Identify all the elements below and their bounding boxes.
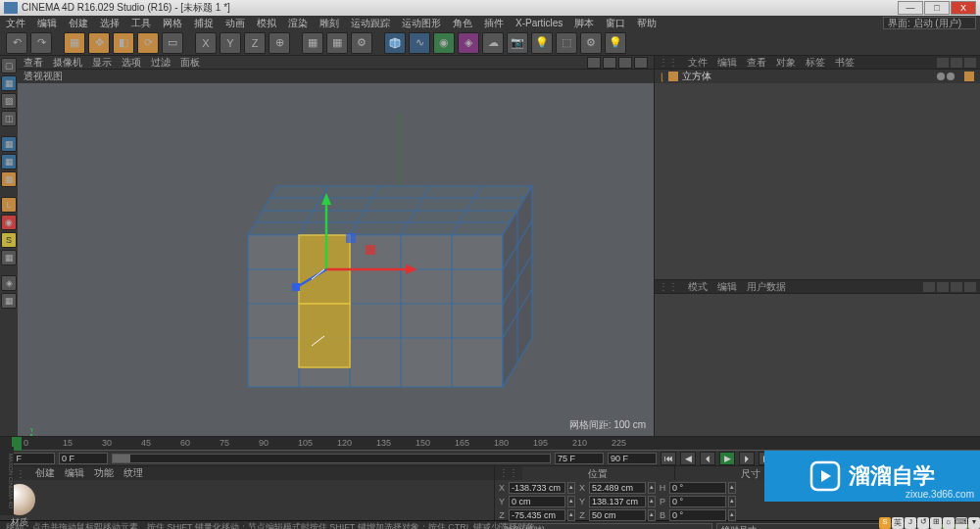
timeline-range-slider[interactable]: [112, 454, 551, 463]
mat-tab-texture[interactable]: 纹理: [123, 466, 143, 480]
workplane-mode[interactable]: ◫: [1, 111, 17, 126]
tray-icon[interactable]: 英: [892, 517, 904, 529]
menu-simulate[interactable]: 模拟: [257, 17, 276, 30]
menu-animate[interactable]: 动画: [225, 17, 245, 30]
step-back-button[interactable]: ◀: [680, 452, 696, 465]
tray-icon[interactable]: J: [905, 517, 916, 529]
lock-workplane[interactable]: ▦: [1, 293, 17, 309]
menu-snap[interactable]: 捕捉: [194, 17, 214, 30]
spline-primitive[interactable]: ∿: [409, 32, 430, 54]
obj-tab-tags[interactable]: 标签: [806, 56, 825, 70]
attr-nav-back[interactable]: [923, 282, 935, 292]
p-rot-field[interactable]: 0 °: [669, 496, 726, 507]
menu-xparticles[interactable]: X-Particles: [515, 18, 563, 28]
menu-select[interactable]: 选择: [100, 17, 120, 30]
menu-file[interactable]: 文件: [6, 17, 25, 30]
menu-script[interactable]: 脚本: [574, 17, 594, 30]
deformer[interactable]: ◈: [458, 32, 479, 54]
vp-nav-1[interactable]: [587, 57, 601, 69]
render-picture[interactable]: ▦: [326, 32, 348, 54]
vp-menu-display[interactable]: 显示: [92, 56, 112, 70]
render-view[interactable]: ▦: [302, 32, 323, 54]
vp-nav-2[interactable]: [603, 57, 616, 69]
attribute-manager-body[interactable]: [655, 294, 980, 436]
obj-tab-edit[interactable]: 编辑: [717, 56, 737, 70]
z-pos-field[interactable]: -75.435 cm: [509, 509, 565, 521]
vp-menu-panel[interactable]: 面板: [180, 56, 200, 70]
layout-dropdown[interactable]: 界面: 启动 (用户): [883, 17, 976, 29]
x-pos-field[interactable]: -138.733 cm: [509, 482, 565, 494]
timeline-preview-field[interactable]: 75 F: [555, 453, 604, 464]
menu-edit[interactable]: 编辑: [37, 17, 57, 30]
minimize-button[interactable]: —: [898, 1, 923, 15]
vp-nav-4[interactable]: [634, 57, 648, 69]
model-mode[interactable]: ▦: [1, 75, 17, 91]
attr-menu-icon[interactable]: [964, 282, 976, 292]
object-manager-body[interactable]: [655, 83, 980, 279]
attr-nav-fwd[interactable]: [937, 282, 949, 292]
timeline-end-field[interactable]: 90 F: [608, 453, 657, 464]
menu-tools[interactable]: 工具: [131, 17, 151, 30]
polygon-tag-icon[interactable]: [964, 72, 974, 81]
make-editable[interactable]: ▢: [1, 58, 17, 73]
edge-mode[interactable]: ▦: [1, 154, 17, 169]
y-pos-field[interactable]: 0 cm: [509, 496, 565, 507]
scale-tool[interactable]: ◧: [113, 32, 134, 54]
visibility-dot[interactable]: [937, 72, 945, 80]
workplane[interactable]: ◈: [1, 275, 17, 291]
redo-button[interactable]: ↷: [30, 32, 52, 54]
menu-plugins[interactable]: 插件: [484, 17, 504, 30]
search-icon[interactable]: [937, 58, 949, 68]
play-button[interactable]: ▶: [719, 452, 735, 465]
menu-render[interactable]: 渲染: [288, 17, 308, 30]
obj-tab-file[interactable]: 文件: [688, 56, 708, 70]
next-key-button[interactable]: ⏵: [739, 452, 755, 465]
eye-icon[interactable]: [951, 58, 962, 68]
vp-nav-3[interactable]: [618, 57, 632, 69]
last-tool[interactable]: ▭: [162, 32, 183, 54]
extra1[interactable]: ⬚: [556, 32, 577, 54]
vp-menu-options[interactable]: 选项: [122, 56, 141, 70]
close-button[interactable]: X: [951, 1, 976, 15]
cube-primitive[interactable]: [384, 32, 406, 54]
snap-settings[interactable]: ▦: [1, 250, 17, 265]
x-axis-lock[interactable]: X: [195, 32, 217, 54]
mat-tab-function[interactable]: 功能: [94, 466, 114, 480]
axis-mode[interactable]: L: [1, 197, 17, 213]
attr-tab-userdata[interactable]: 用户数据: [747, 280, 786, 294]
extra3[interactable]: 💡: [605, 32, 626, 54]
menu-create[interactable]: 创建: [69, 17, 88, 30]
extra2[interactable]: ⚙: [580, 32, 602, 54]
attr-tab-mode[interactable]: 模式: [688, 280, 708, 294]
menu-mograph[interactable]: 运动图形: [402, 17, 441, 30]
object-row[interactable]: ⌊ 立方体: [655, 70, 980, 83]
filter-icon[interactable]: [964, 58, 976, 68]
menu-mesh[interactable]: 网格: [163, 17, 182, 30]
tray-icon[interactable]: ⌨: [956, 517, 967, 529]
coord-system[interactable]: ⊕: [269, 32, 290, 54]
h-rot-field[interactable]: 0 °: [669, 482, 726, 494]
timeline-ruler[interactable]: 0 15 30 45 60 75 90 105 120 135 150 165 …: [0, 437, 980, 451]
obj-tab-objects[interactable]: 对象: [776, 56, 796, 70]
x-size-field[interactable]: 52.489 cm: [589, 482, 646, 494]
environment[interactable]: ☁: [482, 32, 504, 54]
menu-sculpt[interactable]: 雕刻: [319, 17, 339, 30]
texture-mode[interactable]: ▨: [1, 93, 17, 109]
vp-menu-camera[interactable]: 摄像机: [53, 56, 82, 70]
tray-icon[interactable]: ⊞: [930, 517, 942, 529]
vp-menu-view[interactable]: 查看: [24, 56, 43, 70]
z-axis-lock[interactable]: Z: [244, 32, 266, 54]
polygon-mode[interactable]: ▦: [1, 171, 17, 187]
obj-tab-bookmarks[interactable]: 书签: [835, 56, 855, 70]
render-dot[interactable]: [947, 72, 955, 80]
mat-tab-create[interactable]: 创建: [35, 466, 55, 480]
b-rot-field[interactable]: 0 °: [669, 509, 726, 521]
camera[interactable]: 📷: [507, 32, 528, 54]
menu-motion-tracker[interactable]: 运动跟踪: [351, 17, 390, 30]
vp-menu-filter[interactable]: 过滤: [151, 56, 171, 70]
viewport-solo[interactable]: ◉: [1, 215, 17, 230]
attr-lock-icon[interactable]: [951, 282, 962, 292]
perspective-viewport[interactable]: 网格间距: 100 cm YX: [18, 83, 654, 436]
prev-key-button[interactable]: ⏴: [700, 452, 715, 465]
undo-button[interactable]: ↶: [6, 32, 27, 54]
